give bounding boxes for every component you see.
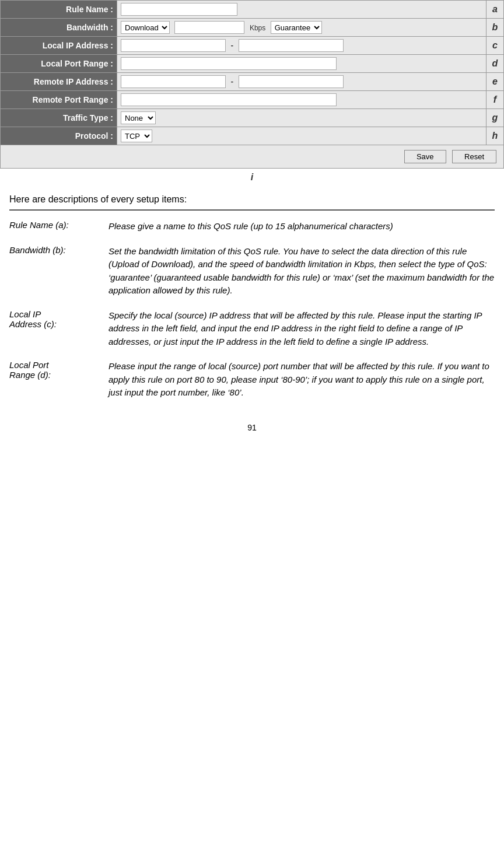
local-port-input-cell — [117, 55, 487, 73]
qos-form-table: Rule Name : a Bandwidth : Download Uploa… — [0, 0, 504, 169]
traffic-type-row: Traffic Type : None VOIP Video g — [1, 109, 504, 127]
remote-port-row: Remote Port Range : f — [1, 91, 504, 109]
remote-port-input[interactable] — [121, 93, 337, 106]
local-ip-input-cell: - — [117, 37, 487, 55]
desc-local-port-term: Local Port Range (d): — [9, 360, 108, 411]
rule-name-row: Rule Name : a — [1, 1, 504, 19]
remote-ip-label: Remote IP Address : — [1, 73, 117, 91]
desc-bandwidth: Bandwidth (b): Set the bandwidth limitat… — [9, 245, 495, 309]
protocol-select[interactable]: TCP UDP Both — [121, 130, 152, 142]
local-ip-start-input[interactable] — [121, 39, 226, 52]
remote-ip-input-cell: - — [117, 73, 487, 91]
save-button[interactable]: Save — [404, 150, 446, 163]
letter-h: h — [487, 127, 504, 145]
local-port-input[interactable] — [121, 57, 337, 70]
bandwidth-input-cell: Download Upload Kbps Guarantee Max — [117, 19, 487, 37]
desc-local-port-def: Please input the range of local (source)… — [108, 360, 495, 411]
desc-rule-name: Rule Name (a): Please give a name to thi… — [9, 220, 495, 245]
local-port-label: Local Port Range : — [1, 55, 117, 73]
letter-i: i — [0, 169, 504, 188]
remote-ip-end-input[interactable] — [239, 75, 344, 88]
local-ip-row: Local IP Address : - c — [1, 37, 504, 55]
remote-port-input-cell — [117, 91, 487, 109]
local-ip-label: Local IP Address : — [1, 37, 117, 55]
traffic-type-select[interactable]: None VOIP Video — [121, 111, 156, 124]
qos-type-select[interactable]: Guarantee Max — [271, 21, 322, 34]
desc-bandwidth-term: Bandwidth (b): — [9, 245, 108, 309]
description-section: Here are descriptions of every setup ite… — [0, 188, 504, 411]
local-ip-end-input[interactable] — [239, 39, 344, 52]
bandwidth-row: Bandwidth : Download Upload Kbps Guarant… — [1, 19, 504, 37]
letter-c: c — [487, 37, 504, 55]
description-table: Rule Name (a): Please give a name to thi… — [9, 220, 495, 411]
bandwidth-label: Bandwidth : — [1, 19, 117, 37]
desc-local-port: Local Port Range (d): Please input the r… — [9, 360, 495, 411]
protocol-input-cell: TCP UDP Both — [117, 127, 487, 145]
traffic-type-label: Traffic Type : — [1, 109, 117, 127]
desc-local-ip-term: Local IP Address (c): — [9, 309, 108, 360]
letter-f: f — [487, 91, 504, 109]
protocol-row: Protocol : TCP UDP Both h — [1, 127, 504, 145]
rule-name-label: Rule Name : — [1, 1, 117, 19]
desc-rule-name-term: Rule Name (a): — [9, 220, 108, 245]
letter-g: g — [487, 109, 504, 127]
letter-b: b — [487, 19, 504, 37]
remote-port-label: Remote Port Range : — [1, 91, 117, 109]
bandwidth-direction-select[interactable]: Download Upload — [121, 21, 170, 34]
remote-ip-row: Remote IP Address : - e — [1, 73, 504, 91]
kbps-label: Kbps — [250, 24, 265, 32]
rule-name-input[interactable] — [121, 3, 237, 16]
description-intro: Here are descriptions of every setup ite… — [9, 194, 495, 205]
remote-ip-dash: - — [230, 77, 233, 86]
letter-d: d — [487, 55, 504, 73]
form-buttons-cell: Save Reset — [1, 145, 504, 169]
traffic-type-input-cell: None VOIP Video — [117, 109, 487, 127]
rule-name-input-cell — [117, 1, 487, 19]
reset-button[interactable]: Reset — [452, 150, 496, 163]
desc-local-ip: Local IP Address (c): Specify the local … — [9, 309, 495, 360]
letter-e: e — [487, 73, 504, 91]
local-port-row: Local Port Range : d — [1, 55, 504, 73]
desc-bandwidth-def: Set the bandwidth limitation of this QoS… — [108, 245, 495, 309]
letter-a: a — [487, 1, 504, 19]
form-buttons-row: Save Reset — [1, 145, 504, 169]
protocol-label: Protocol : — [1, 127, 117, 145]
bandwidth-value-input[interactable] — [174, 21, 244, 34]
desc-local-ip-def: Specify the local (source) IP address th… — [108, 309, 495, 360]
remote-ip-start-input[interactable] — [121, 75, 226, 88]
local-ip-dash: - — [230, 41, 233, 50]
description-divider — [9, 209, 495, 211]
desc-rule-name-def: Please give a name to this QoS rule (up … — [108, 220, 495, 245]
page-number: 91 — [0, 411, 504, 438]
